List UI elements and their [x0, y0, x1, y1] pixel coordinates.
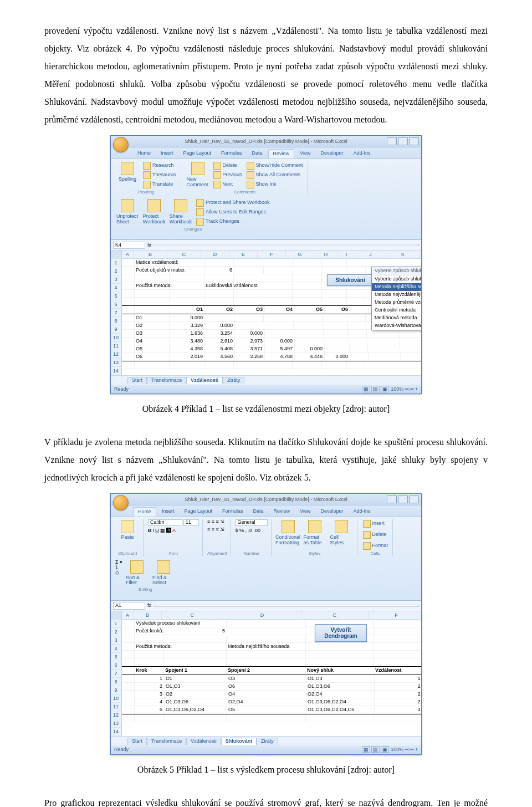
sort-filter-button[interactable]: Sort & Filter: [125, 560, 149, 587]
paragraph-3: Pro grafickou reprezentaci výsledku shlu…: [44, 794, 488, 807]
delete-comment-button[interactable]: Delete: [212, 161, 243, 170]
ribbon-tabs: Home Insert Page Layout Formulas Data Re…: [111, 148, 421, 159]
column-headers: ABCDEFGHIJKL: [122, 251, 421, 259]
window-controls[interactable]: [387, 137, 419, 145]
figure-caption-5: Obrázek 5 Příklad 1 – list s výsledkem p…: [44, 764, 488, 776]
show-ink-button[interactable]: Show Ink: [245, 180, 304, 189]
group-font: Calibri 11 B I U ▦ 🅰 A Font: [147, 519, 203, 556]
sheet-tab-ztraty[interactable]: Ztráty: [257, 738, 278, 745]
ribbon-tabs: Home Insert Page Layout Formulas Data Re…: [111, 506, 421, 517]
find-select-button[interactable]: Find & Select: [151, 560, 176, 587]
row-headers: 1234567891011121314: [111, 251, 122, 375]
tab-page-layout[interactable]: Page Layout: [180, 507, 217, 517]
tab-formulas[interactable]: Formulas: [217, 149, 247, 159]
window-title: Shluk_Hier_Rev_S1_navod_DP.xls [Compatib…: [185, 139, 347, 145]
group-proofing: Spelling Research Thesaurus Translate Pr…: [114, 161, 181, 195]
tab-developer[interactable]: Developer: [316, 149, 347, 159]
tab-view[interactable]: View: [295, 149, 315, 159]
translate-button[interactable]: Translate: [142, 180, 177, 189]
cluster-button[interactable]: Shlukování: [327, 274, 374, 286]
tab-home[interactable]: Home: [133, 507, 156, 517]
showall-comments-button[interactable]: Show All Comments: [245, 171, 304, 180]
sheet-tabs: Start Transformace Vzdálenosti Ztráty: [111, 375, 421, 385]
format-button[interactable]: Format: [362, 542, 390, 550]
insert-button[interactable]: Insert: [362, 519, 390, 528]
delete-button[interactable]: Delete: [362, 530, 390, 539]
font-size[interactable]: 11: [183, 519, 199, 526]
tab-review[interactable]: Review: [268, 149, 295, 159]
tab-data[interactable]: Data: [248, 149, 267, 159]
number-format[interactable]: General: [236, 519, 268, 526]
next-comment-button[interactable]: Next: [212, 180, 243, 189]
allow-edit-button[interactable]: Allow Users to Edit Ranges: [195, 208, 270, 217]
tab-page-layout[interactable]: Page Layout: [179, 149, 216, 159]
tab-view[interactable]: View: [295, 507, 315, 517]
track-changes-button[interactable]: Track Changes: [195, 217, 270, 226]
tab-data[interactable]: Data: [249, 507, 268, 517]
sheet-tab-shlukovani[interactable]: Shlukování: [221, 738, 257, 745]
spelling-button[interactable]: Spelling: [115, 161, 140, 189]
sheet-tab-vzdalenosti[interactable]: Vzdálenosti: [186, 738, 221, 745]
excel-screenshot-1: Shluk_Hier_Rev_S1_navod_DP.xls [Compatib…: [110, 135, 422, 394]
tab-insert[interactable]: Insert: [157, 507, 179, 517]
protect-workbook-button[interactable]: Protect Workbook: [142, 198, 166, 226]
name-box-bar: K4 fx: [111, 240, 421, 251]
group-styles: Conditional Formatting Format as Table C…: [275, 519, 357, 556]
sheet-tab-ztraty[interactable]: Ztráty: [223, 377, 244, 384]
sheet-tabs: Start Transformace Vzdálenosti Shlukován…: [111, 736, 421, 745]
fx-icon[interactable]: fx: [147, 243, 151, 248]
status-bar: Ready ▦▤▣ 100% ━○━ +: [111, 385, 421, 394]
research-button[interactable]: Research: [142, 161, 177, 170]
prev-comment-button[interactable]: Previous: [212, 171, 243, 180]
name-box-bar: A1 fx: [111, 601, 421, 611]
tab-insert[interactable]: Insert: [156, 149, 178, 159]
showhide-comment-button[interactable]: Show/Hide Comment: [245, 161, 304, 170]
grid: 1234567891011121314 ABCDEFGHIJKL Matice …: [111, 251, 421, 375]
name-box[interactable]: K4: [113, 242, 145, 249]
group-comments: New Comment Delete Previous Next Show/Hi…: [185, 161, 308, 195]
window-controls[interactable]: [387, 496, 419, 503]
sheet-tab-vzdalenosti[interactable]: Vzdálenosti: [186, 377, 223, 384]
excel-screenshot-2: Shluk_Hier_Rev_S1_navod_DP.xls [Compatib…: [110, 493, 422, 755]
unprotect-sheet-button[interactable]: Unprotect Sheet: [115, 198, 140, 226]
new-comment-button[interactable]: New Comment: [186, 161, 210, 189]
name-box[interactable]: A1: [113, 602, 145, 610]
format-table-button[interactable]: Format as Table: [303, 519, 327, 546]
thesaurus-button[interactable]: Thesaurus: [142, 171, 177, 180]
formula-bar[interactable]: [154, 605, 419, 607]
office-button[interactable]: [113, 495, 129, 510]
tab-formulas[interactable]: Formulas: [218, 507, 248, 517]
share-workbook-button[interactable]: Share Workbook: [168, 198, 193, 226]
title-bar: Shluk_Hier_Rev_S1_navod_DP.xls [Compatib…: [111, 494, 421, 506]
group-alignment: ≡ ≡ ≡ ⇲≡ ≡ ≡ ⇲ Alignment: [206, 519, 231, 556]
group-changes: Unprotect Sheet Protect Workbook Share W…: [114, 198, 274, 232]
tab-addins[interactable]: Add-Ins: [349, 507, 375, 517]
font-name[interactable]: Calibri: [148, 519, 182, 526]
tab-home[interactable]: Home: [133, 149, 155, 159]
title-bar: Shluk_Hier_Rev_S1_navod_DP.xls [Compatib…: [111, 136, 421, 148]
grid: 1234567891011121314 ABCDEF Výsledek proc…: [111, 611, 421, 736]
formula-bar[interactable]: [154, 244, 419, 246]
protect-share-button[interactable]: Protect and Share Workbook: [195, 198, 270, 207]
office-button[interactable]: [113, 137, 129, 152]
row-headers: 1234567891011121314: [111, 611, 122, 736]
dendrogram-button[interactable]: Vytvořit Dendrogram: [315, 624, 367, 642]
cluster-method-dropdown[interactable]: Vyberte způsob shlukování Vyberte způsob…: [371, 267, 421, 330]
sheet-tab-transformace[interactable]: Transformace: [147, 377, 186, 384]
tab-review[interactable]: Review: [269, 507, 295, 517]
sheet-tab-start[interactable]: Start: [127, 738, 147, 745]
tab-developer[interactable]: Developer: [316, 507, 347, 517]
sheet-tab-transformace[interactable]: Transformace: [147, 738, 186, 745]
tab-addins[interactable]: Add-Ins: [349, 149, 375, 159]
window-title: Shluk_Hier_Rev_S1_navod_DP.xls [Compatib…: [185, 497, 347, 503]
fx-icon[interactable]: fx: [147, 603, 151, 609]
group-cells: Insert Delete Format Cells: [361, 519, 393, 556]
group-editing: Σ ▾⤵◇ Sort & Filter Find & Select Editin…: [114, 560, 179, 593]
sheet-tab-start[interactable]: Start: [127, 377, 147, 384]
ribbon: Paste Clipboard Calibri 11 B I U ▦ 🅰 A F…: [111, 517, 421, 601]
cond-format-button[interactable]: Conditional Formatting: [276, 519, 300, 546]
paste-button[interactable]: Paste: [115, 519, 140, 541]
group-clipboard: Paste Clipboard: [114, 519, 144, 556]
group-number: General $ % , .0 .00 Number: [234, 519, 272, 556]
cell-styles-button[interactable]: Cell Styles: [329, 519, 354, 546]
